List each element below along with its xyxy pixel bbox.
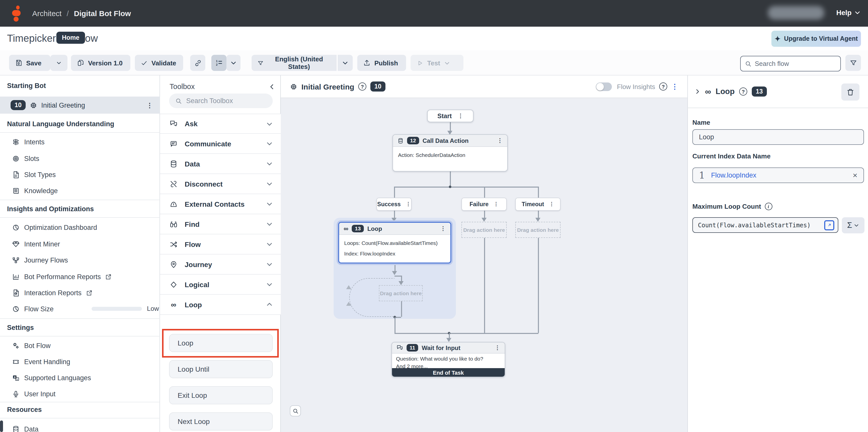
- node-menu-icon[interactable]: ⋮: [458, 113, 463, 119]
- canvas-zoom-button[interactable]: [290, 405, 301, 417]
- branch-label: Timeout: [522, 201, 544, 207]
- node-menu-icon[interactable]: ⋮: [440, 226, 446, 231]
- validate-button[interactable]: Validate: [135, 55, 183, 71]
- flow-filter-button[interactable]: [845, 55, 861, 71]
- canvas-menu-icon[interactable]: ⋮: [671, 83, 678, 90]
- info-icon[interactable]: i: [765, 203, 772, 210]
- node-menu-icon[interactable]: ⋮: [495, 345, 500, 351]
- version-button[interactable]: Version 1.0: [71, 55, 130, 71]
- toolbox-action-next-loop[interactable]: Next Loop: [169, 412, 273, 431]
- sidebar-item-slots[interactable]: Slots: [0, 151, 160, 166]
- task-menu-icon[interactable]: ⋮: [147, 102, 153, 108]
- divider: [0, 200, 160, 200]
- sidebar-item-bot-flow[interactable]: Bot Flow: [0, 338, 160, 353]
- drop-zone-timeout[interactable]: Drag action here: [515, 222, 561, 238]
- node-menu-icon[interactable]: ⋮: [497, 138, 503, 143]
- toolbox-category-loop[interactable]: ∞ Loop: [160, 295, 281, 315]
- sidebar-item-initial-greeting[interactable]: 10 Initial Greeting ⋮: [0, 97, 160, 114]
- link-icon: [194, 59, 202, 67]
- breadcrumb-app[interactable]: Architect: [32, 9, 62, 18]
- nlu-section-header[interactable]: Natural Language Understanding: [7, 120, 114, 128]
- drop-zone-failure[interactable]: Drag action here: [461, 222, 507, 238]
- settings-section-header[interactable]: Settings: [7, 324, 34, 331]
- sidebar-item-knowledge[interactable]: Knowledge: [0, 183, 160, 198]
- task-label: Initial Greeting: [41, 101, 85, 109]
- help-circle-icon[interactable]: ?: [659, 82, 667, 91]
- delete-node-button[interactable]: [841, 84, 860, 101]
- resources-section-header[interactable]: Resources: [7, 406, 42, 413]
- sidebar-item-optimization-dashboard[interactable]: Optimization Dashboard: [0, 220, 160, 235]
- help-menu[interactable]: Help: [836, 8, 861, 16]
- sidebar-item-bot-performance-reports[interactable]: Bot Performance Reports: [0, 269, 160, 284]
- chevron-down-icon: [266, 160, 273, 167]
- test-button[interactable]: Test: [411, 55, 463, 71]
- expression-mode-button[interactable]: Σ: [842, 217, 865, 233]
- max-loop-count-label-row: Maximum Loop Count i: [692, 203, 772, 210]
- max-loop-count-field[interactable]: Count(Flow.availableStartTimes): [692, 217, 838, 233]
- collapse-panel-icon[interactable]: [269, 84, 275, 90]
- link-button[interactable]: [190, 55, 205, 71]
- node-call-data-action[interactable]: 12 Call Data Action ⋮ Action: SchedulerD…: [393, 134, 508, 171]
- expand-panel-icon[interactable]: [694, 89, 701, 95]
- sidebar-item-user-input[interactable]: User Input: [0, 386, 160, 401]
- sidebar-scrollbar[interactable]: [0, 421, 3, 432]
- language-selector[interactable]: English (United States): [252, 55, 337, 71]
- branch-success[interactable]: Success ⋮: [376, 198, 412, 211]
- help-circle-icon[interactable]: ?: [739, 88, 747, 96]
- inspector-header: ∞ Loop ? 13: [687, 75, 868, 108]
- toolbox-category-disconnect[interactable]: Disconnect: [160, 174, 281, 194]
- home-badge[interactable]: Home: [56, 32, 85, 44]
- node-loop[interactable]: ∞ 13 Loop ⋮ Loops: Count(Flow.availableS…: [338, 222, 452, 264]
- branch-timeout[interactable]: Timeout ⋮: [515, 198, 561, 211]
- clear-icon[interactable]: ×: [852, 171, 858, 179]
- toolbox-category-flow[interactable]: Flow: [160, 234, 281, 255]
- insights-section-header[interactable]: Insights and Optimizations: [7, 205, 94, 213]
- toolbox-category-external-contacts[interactable]: External Contacts: [160, 194, 281, 214]
- flow-insights-toggle[interactable]: [596, 82, 612, 91]
- sidebar-item-slot-types[interactable]: Slot Types: [0, 167, 160, 182]
- list-view-menu-button[interactable]: [226, 55, 241, 71]
- sidebar-item-intent-miner[interactable]: Intent Miner: [0, 236, 160, 252]
- sidebar-item-supported-languages[interactable]: Ax Supported Languages: [0, 370, 160, 385]
- current-index-field[interactable]: 1 Flow.loopIndex ×: [692, 167, 864, 183]
- sidebar-item-interaction-reports[interactable]: Interaction Reports: [0, 285, 160, 300]
- sidebar-item-event-handling[interactable]: Event Handling: [0, 354, 160, 369]
- user-name-redacted[interactable]: [768, 6, 824, 20]
- help-circle-icon[interactable]: ?: [358, 82, 366, 91]
- sidebar-item-journey-flows[interactable]: Journey Flows: [0, 253, 160, 268]
- toolbox-category-communicate[interactable]: Communicate: [160, 134, 281, 154]
- node-start[interactable]: Start ⋮: [427, 110, 473, 122]
- branch-menu-icon[interactable]: ⋮: [406, 202, 411, 207]
- sidebar-item-intents[interactable]: Intents: [0, 134, 160, 149]
- publish-button[interactable]: Publish: [357, 55, 406, 71]
- node-header: ∞ 13 Loop ⋮: [339, 223, 451, 235]
- toolbox-category-ask[interactable]: Ask: [160, 114, 281, 134]
- index-variable-link[interactable]: Flow.loopIndex: [711, 171, 756, 179]
- toolbox-action-loop-until[interactable]: Loop Until: [169, 360, 273, 378]
- branch-label: Failure: [469, 201, 488, 207]
- language-menu-button[interactable]: [337, 55, 353, 71]
- branch-menu-icon[interactable]: ⋮: [549, 202, 554, 207]
- save-menu-button[interactable]: [50, 55, 67, 71]
- branch-failure[interactable]: Failure ⋮: [461, 198, 507, 211]
- node-wait-for-input[interactable]: 11 Wait for Input ⋮ Question: What would…: [392, 342, 505, 377]
- drop-zone-loop-body[interactable]: Drag action here: [379, 285, 423, 301]
- branch-menu-icon[interactable]: ⋮: [494, 202, 499, 207]
- open-expression-editor-icon[interactable]: [824, 220, 834, 230]
- name-input[interactable]: [699, 133, 858, 141]
- sidebar-item-data[interactable]: Data: [0, 422, 160, 432]
- flow-search-input[interactable]: [755, 60, 830, 67]
- toolbox-action-exit-loop[interactable]: Exit Loop: [169, 386, 273, 404]
- save-button[interactable]: Save: [9, 55, 50, 71]
- version-copy-icon: [77, 59, 84, 66]
- toolbox-category-data[interactable]: Data: [160, 154, 281, 174]
- genesys-logo-icon[interactable]: [12, 5, 23, 22]
- upgrade-to-virtual-agent-button[interactable]: ✦ Upgrade to Virtual Agent: [771, 31, 861, 47]
- toolbox-category-find[interactable]: Find: [160, 214, 281, 234]
- toolbox-search-input[interactable]: [186, 97, 262, 105]
- ordered-list-view-button[interactable]: 12: [211, 55, 226, 71]
- toolbox-action-loop[interactable]: Loop: [169, 334, 273, 352]
- toolbox-category-journey[interactable]: Journey: [160, 255, 281, 275]
- toolbox-category-label: Ask: [185, 120, 197, 128]
- toolbox-category-logical[interactable]: Logical: [160, 275, 281, 295]
